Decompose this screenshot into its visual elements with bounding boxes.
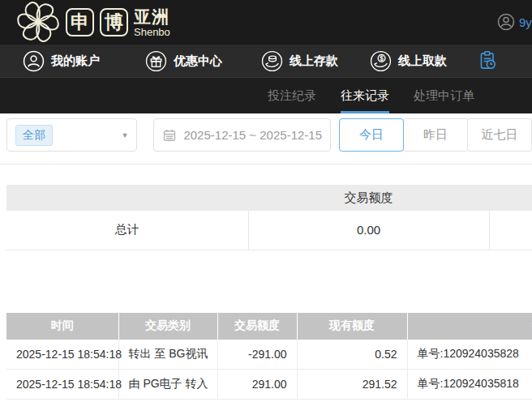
svg-text:$: $ [380, 53, 384, 62]
deposit-coins-icon [261, 50, 283, 72]
flower-logo-icon [16, 0, 60, 44]
quick-filter-yesterday[interactable]: 昨日 [403, 118, 468, 152]
user-avatar-icon [497, 13, 515, 31]
cell-type: 转出 至 BG视讯 [118, 340, 217, 370]
nav-item-promotions[interactable]: 优惠中心 [145, 50, 222, 72]
summary-header-empty [6, 185, 248, 211]
content-area: 全部 ▼ 2025-12-15 ~ 2025-12-15 今日 昨日 近七日 [0, 118, 532, 400]
tab-transaction-records[interactable]: 往来记录 [341, 78, 389, 113]
transactions-table: 时间 交易类别 交易额度 现有额度 描述 2025-12-15 18:54:18… [6, 313, 532, 400]
withdraw-dollar-icon: $ [370, 50, 392, 72]
type-selected-chip: 全部 [15, 125, 53, 146]
cell-amount: -291.00 [217, 340, 297, 370]
date-range-input[interactable]: 2025-12-15 ~ 2025-12-15 [153, 118, 331, 152]
col-header-time: 时间 [6, 313, 118, 340]
table-row: 2025-12-15 18:54:18 由 PG电子 转入 291.00 291… [6, 370, 532, 400]
account-area: 9y [497, 13, 532, 31]
nav-item-my-account[interactable]: 我的账户 [23, 50, 100, 72]
col-header-balance: 现有额度 [297, 313, 407, 340]
tab-pending-orders[interactable]: 处理中订单 [414, 78, 474, 113]
summary-total-value: 0.00 [248, 211, 489, 250]
tab-betting-records[interactable]: 投注纪录 [268, 78, 316, 113]
nav-label: 我的账户 [51, 53, 100, 69]
nav-item-online-deposit[interactable]: 线上存款 [261, 50, 338, 72]
calendar-icon [162, 128, 177, 143]
nav-label: 线上存款 [290, 53, 338, 69]
cell-description: 单号:120924035828 [407, 340, 532, 370]
nav-item-online-withdrawal[interactable]: $ 线上取款 [370, 50, 447, 72]
summary-total-row: 总计 0.00 [6, 211, 532, 250]
site-header: 申 博 亚洲 Shenbo 9y [0, 0, 532, 45]
cell-type: 由 PG电子 转入 [118, 370, 217, 400]
gift-icon [145, 50, 167, 72]
logo-char-bo: 博 [100, 8, 128, 36]
records-tab-bar: 投注纪录 往来记录 处理中订单 [0, 77, 532, 113]
summary-header-amount: 交易额度 [248, 185, 489, 211]
transactions-header-row: 时间 交易类别 交易额度 现有额度 描述 [6, 313, 532, 340]
chevron-down-icon: ▼ [122, 131, 129, 139]
logo-char-shen: 申 [66, 8, 94, 36]
summary-header-empty [489, 185, 532, 211]
date-range-value: 2025-12-15 ~ 2025-12-15 [183, 128, 322, 142]
col-header-amount: 交易额度 [217, 313, 297, 340]
records-clipboard-clock-icon [476, 49, 499, 72]
table-row: 2025-12-15 18:54:18 转出 至 BG视讯 -291.00 0.… [6, 340, 532, 370]
section-divider [0, 164, 532, 165]
cell-description: 单号:120924035818 [407, 370, 532, 400]
brand-logo[interactable]: 申 博 亚洲 Shenbo [16, 2, 170, 44]
summary-total-empty [489, 211, 532, 250]
col-header-description: 描述 [407, 313, 532, 340]
user-circle-icon [23, 50, 45, 72]
logo-latin-label: Shenbo [134, 27, 170, 37]
username-link[interactable]: 9y [519, 15, 532, 29]
summary-header-row: 交易额度 [6, 185, 532, 211]
summary-total-label: 总计 [6, 211, 248, 250]
main-nav: 我的账户 优惠中心 线上存款 $ 线上取款 [0, 45, 532, 77]
col-header-type: 交易类别 [118, 313, 217, 340]
nav-label: 优惠中心 [174, 53, 222, 69]
cell-amount: 291.00 [217, 370, 297, 400]
cell-balance: 0.52 [297, 340, 407, 370]
logo-region-label: 亚洲 [134, 8, 170, 25]
quick-filter-today[interactable]: 今日 [339, 118, 404, 152]
nav-label: 线上取款 [398, 53, 447, 69]
filter-row: 全部 ▼ 2025-12-15 ~ 2025-12-15 今日 昨日 近七日 [6, 118, 532, 152]
cell-time: 2025-12-15 18:54:18 [6, 340, 118, 370]
cell-time: 2025-12-15 18:54:18 [6, 370, 118, 400]
quick-date-buttons: 今日 昨日 近七日 [340, 118, 532, 152]
type-select[interactable]: 全部 ▼ [6, 118, 137, 152]
cell-balance: 291.52 [297, 370, 407, 400]
nav-item-transaction-records[interactable] [476, 49, 499, 72]
quick-filter-last7days[interactable]: 近七日 [467, 118, 532, 152]
summary-table: 交易额度 总计 0.00 [6, 185, 532, 250]
